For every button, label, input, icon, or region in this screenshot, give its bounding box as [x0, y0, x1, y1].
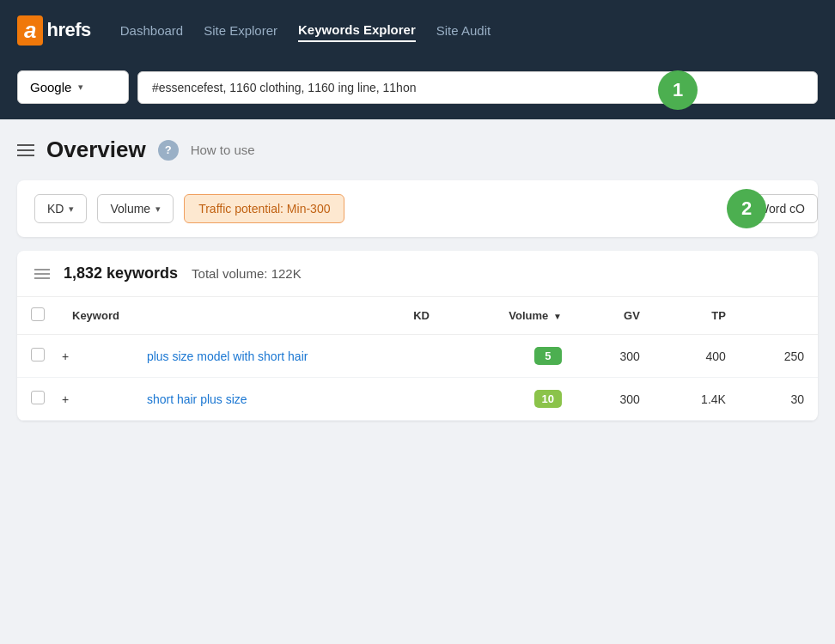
row2-checkbox-cell — [17, 378, 58, 421]
logo-a-letter: a — [17, 15, 43, 46]
row1-keyword-link[interactable]: plus size model with short hair — [147, 349, 308, 363]
row1-kd: 5 — [443, 335, 576, 378]
nav-dashboard[interactable]: Dashboard — [120, 20, 183, 41]
filter-row: KD ▾ Volume ▾ Traffic potential: Min-300… — [17, 180, 818, 237]
step-badge-1: 1 — [658, 70, 698, 110]
row2-kd: 10 — [443, 378, 576, 421]
row1-kd-badge: 5 — [534, 347, 562, 365]
volume-filter-label: Volume — [110, 202, 150, 216]
kd-filter-label: KD — [47, 202, 64, 216]
engine-chevron-icon: ▾ — [78, 82, 83, 93]
row1-gv: 400 — [654, 335, 740, 378]
nav-bar: a hrefs Dashboard Site Explorer Keywords… — [0, 0, 835, 60]
row2-plus-cell[interactable]: + — [58, 378, 133, 421]
kd-filter-button[interactable]: KD ▾ — [34, 194, 87, 223]
logo[interactable]: a hrefs — [17, 15, 91, 46]
select-all-checkbox[interactable] — [31, 307, 45, 321]
keywords-table: Keyword KD Volume ▼ GV TP + — [17, 297, 818, 421]
traffic-potential-label: Traffic potential: Min-300 — [198, 202, 330, 216]
help-icon[interactable]: ? — [158, 140, 179, 161]
volume-filter-button[interactable]: Volume ▾ — [97, 194, 174, 223]
row1-checkbox-cell — [17, 335, 58, 378]
row1-checkbox[interactable] — [31, 348, 45, 361]
header-volume[interactable]: Volume ▼ — [443, 297, 576, 335]
keywords-table-card: 1,832 keywords Total volume: 122K Keywor… — [17, 251, 818, 421]
table-header-row: Keyword KD Volume ▼ GV TP — [17, 297, 818, 335]
nav-site-audit[interactable]: Site Audit — [436, 20, 491, 41]
volume-chevron-icon: ▾ — [155, 204, 161, 215]
kd-chevron-icon: ▾ — [69, 204, 74, 215]
hamburger-icon[interactable] — [17, 144, 34, 156]
logo-text: hrefs — [46, 19, 90, 41]
row2-keyword-link[interactable]: short hair plus size — [147, 392, 247, 406]
how-to-use-link[interactable]: How to use — [191, 143, 255, 157]
overview-title: Overview — [46, 137, 146, 163]
row2-checkbox[interactable] — [31, 391, 45, 404]
volume-sort-arrow: ▼ — [553, 312, 562, 321]
search-bar-row: Google ▾ #essencefest, 1160 clothing, 11… — [0, 60, 835, 119]
content-area: Overview ? How to use KD ▾ Volume ▾ Traf… — [0, 119, 835, 438]
row1-volume: 300 — [576, 335, 654, 378]
summary-sort-icon[interactable] — [34, 269, 50, 279]
overview-header: Overview ? How to use — [17, 137, 818, 163]
header-checkbox-cell — [17, 297, 58, 335]
table-row: + short hair plus size 10 300 1.4K 30 — [17, 378, 818, 421]
header-kd: KD — [133, 297, 443, 335]
table-row: + plus size model with short hair 5 300 … — [17, 335, 818, 378]
keywords-count: 1,832 keywords — [64, 264, 178, 283]
engine-label: Google — [30, 80, 71, 94]
row1-keyword: plus size model with short hair — [133, 335, 443, 378]
row2-gv: 1.4K — [654, 378, 740, 421]
nav-keywords-explorer[interactable]: Keywords Explorer — [298, 19, 416, 42]
row2-volume: 300 — [576, 378, 654, 421]
row1-tp: 250 — [740, 335, 818, 378]
engine-select[interactable]: Google ▾ — [17, 70, 129, 104]
row1-plus-cell[interactable]: + — [58, 335, 133, 378]
step-badge-2: 2 — [727, 189, 766, 228]
total-volume: Total volume: 122K — [192, 266, 302, 281]
header-tp: TP — [654, 297, 740, 335]
header-keyword: Keyword — [58, 297, 133, 335]
search-input[interactable]: #essencefest, 1160 clothing, 1160 ing li… — [137, 71, 818, 104]
table-summary: 1,832 keywords Total volume: 122K — [17, 251, 818, 297]
row2-tp: 30 — [740, 378, 818, 421]
row2-kd-badge: 10 — [534, 390, 562, 408]
traffic-potential-filter[interactable]: Traffic potential: Min-300 — [184, 194, 344, 223]
header-gv: GV — [576, 297, 654, 335]
nav-site-explorer[interactable]: Site Explorer — [204, 20, 277, 41]
row2-keyword: short hair plus size — [133, 378, 443, 421]
